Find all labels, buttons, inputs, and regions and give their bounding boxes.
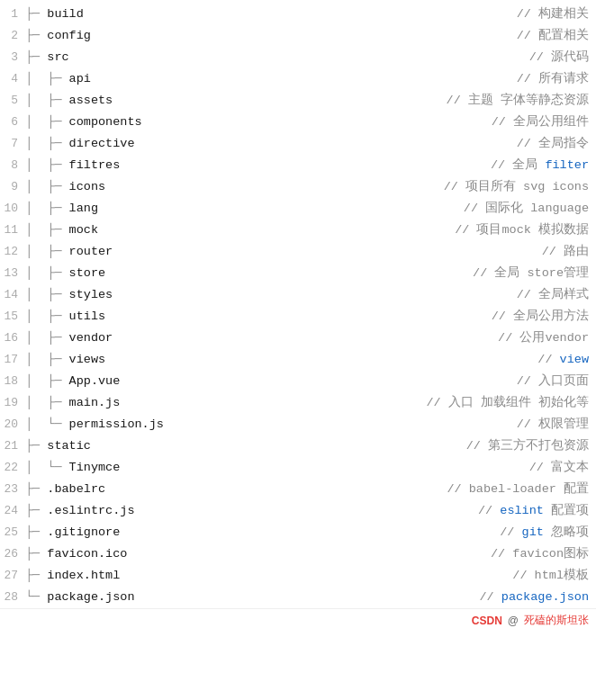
comment: // 国际化 language — [456, 199, 589, 219]
line-number: 24 — [0, 501, 25, 521]
line-body: ├─ .eslintrc.js // eslint 配置项 — [25, 501, 589, 521]
comment: // 全局公用方法 — [484, 307, 589, 327]
tree-line: 3├─ src// 源代码 — [0, 47, 596, 68]
comment-highlight: filter — [545, 158, 589, 172]
footer-user: 死磕的斯坦张 — [524, 613, 589, 628]
tree-line: 28└─ package.json// package.json — [0, 587, 596, 608]
comment: // favicon图标 — [483, 544, 589, 564]
line-body: │ ├─ assets// 主题 字体等静态资源 — [25, 91, 589, 111]
comment: // 第三方不打包资源 — [459, 436, 589, 456]
comment: // babel-loader 配置 — [439, 480, 589, 499]
tree-symbol: │ ├─ — [25, 285, 69, 305]
tree-symbol: │ ├─ — [25, 220, 69, 240]
tree-line: 2├─ config// 配置相关 — [0, 25, 596, 47]
tree-line: 7│ ├─ directive// 全局指令 — [0, 133, 596, 155]
tree-line: 24├─ .eslintrc.js // eslint 配置项 — [0, 500, 596, 522]
file-name: permission.js — [69, 415, 164, 435]
comment: // package.json — [472, 588, 589, 607]
tree-line: 13│ ├─ store// 全局 store管理 — [0, 263, 596, 284]
footer-at: @ — [508, 615, 519, 627]
line-number: 28 — [0, 588, 25, 607]
file-name: router — [69, 242, 113, 262]
line-body: ├─ config// 配置相关 — [25, 26, 589, 46]
line-body: │ ├─ filtres// 全局 filter — [25, 156, 589, 175]
line-body: ├─ .babelrc// babel-loader 配置 — [25, 480, 589, 499]
file-name: favicon.ico — [47, 544, 127, 564]
comment: // 富文本 — [522, 458, 589, 478]
line-number: 5 — [0, 91, 25, 111]
comment: // 所有请求 — [510, 69, 589, 89]
comment: // 源代码 — [522, 48, 589, 67]
comment-highlight: eslint — [500, 504, 544, 517]
tree-line: 18│ ├─ App.vue// 入口页面 — [0, 371, 596, 392]
line-number: 9 — [0, 177, 25, 197]
tree-symbol: ├─ — [25, 523, 47, 543]
file-name: static — [47, 436, 91, 456]
file-name: vendor — [69, 328, 113, 348]
tree-line: 4│ ├─ api// 所有请求 — [0, 68, 596, 90]
tree-symbol: │ ├─ — [25, 372, 69, 391]
tree-line: 27├─ index.html// html模板 — [0, 565, 596, 587]
comment: // 全局样式 — [510, 285, 589, 305]
line-body: │ ├─ store// 全局 store管理 — [25, 264, 589, 283]
tree-line: 12│ ├─ router// 路由 — [0, 241, 596, 263]
file-name: icons — [69, 177, 106, 197]
line-number: 17 — [0, 350, 25, 370]
file-name: components — [69, 112, 142, 132]
file-name: .gitignore — [47, 523, 120, 543]
tree-line: 16│ ├─ vendor// 公用vendor — [0, 328, 596, 349]
tree-symbol: ├─ — [25, 566, 47, 586]
tree-symbol: └─ — [25, 588, 47, 607]
comment: // 全局 store管理 — [465, 264, 589, 283]
line-number: 22 — [0, 458, 25, 478]
line-body: │ ├─ components// 全局公用组件 — [25, 112, 589, 132]
line-body: │ └─ permission.js// 权限管理 — [25, 415, 589, 435]
comment: // 权限管理 — [510, 415, 589, 435]
tree-line: 6│ ├─ components// 全局公用组件 — [0, 112, 596, 133]
line-body: │ ├─ api// 所有请求 — [25, 69, 589, 89]
file-name: .eslintrc.js — [47, 501, 134, 521]
tree-line: 10│ ├─ lang// 国际化 language — [0, 198, 596, 220]
file-name: src — [47, 48, 68, 67]
line-number: 18 — [0, 372, 25, 391]
line-body: ├─ index.html// html模板 — [25, 566, 589, 586]
line-number: 4 — [0, 69, 25, 89]
line-body: └─ package.json// package.json — [25, 588, 589, 607]
tree-symbol: ├─ — [25, 544, 47, 564]
comment-highlight: git — [522, 525, 544, 539]
line-body: │ ├─ App.vue// 入口页面 — [25, 372, 589, 391]
tree-symbol: ├─ — [25, 26, 47, 46]
tree-symbol: │ ├─ — [25, 69, 69, 89]
tree-line: 26├─ favicon.ico// favicon图标 — [0, 543, 596, 565]
line-number: 19 — [0, 393, 25, 413]
line-body: ├─ .gitignore// git 忽略项 — [25, 523, 589, 543]
tree-line: 22│ └─ Tinymce// 富文本 — [0, 457, 596, 479]
tree-symbol: │ ├─ — [25, 91, 69, 111]
comment-highlight: view — [560, 353, 589, 366]
tree-symbol: ├─ — [25, 501, 47, 521]
tree-symbol: ├─ — [25, 480, 47, 499]
tree-line: 11│ ├─ mock// 项目mock 模拟数据 — [0, 220, 596, 241]
line-body: │ ├─ icons// 项目所有 svg icons — [25, 177, 589, 197]
file-tree: 1├─ build// 构建相关2├─ config// 配置相关3├─ src… — [0, 0, 596, 635]
tree-symbol: │ └─ — [25, 458, 69, 478]
file-name: config — [47, 26, 91, 46]
file-name: build — [47, 4, 84, 24]
line-number: 7 — [0, 134, 25, 154]
line-body: │ ├─ directive// 全局指令 — [25, 134, 589, 154]
line-body: ├─ src// 源代码 — [25, 48, 589, 67]
tree-symbol: ├─ — [25, 436, 47, 456]
file-name: api — [69, 69, 91, 89]
line-number: 1 — [0, 4, 25, 24]
comment: // 路由 — [535, 242, 589, 262]
comment-highlight: package.json — [501, 590, 589, 604]
file-name: main.js — [69, 393, 121, 413]
comment: // 全局 filter — [483, 156, 589, 175]
line-number: 26 — [0, 544, 25, 564]
tree-symbol: │ ├─ — [25, 156, 69, 175]
file-name: .babelrc — [47, 480, 105, 499]
line-body: │ ├─ mock// 项目mock 模拟数据 — [25, 220, 589, 240]
comment: // view — [530, 350, 589, 370]
line-body: │ ├─ vendor// 公用vendor — [25, 328, 589, 348]
comment: // eslint 配置项 — [471, 501, 589, 521]
